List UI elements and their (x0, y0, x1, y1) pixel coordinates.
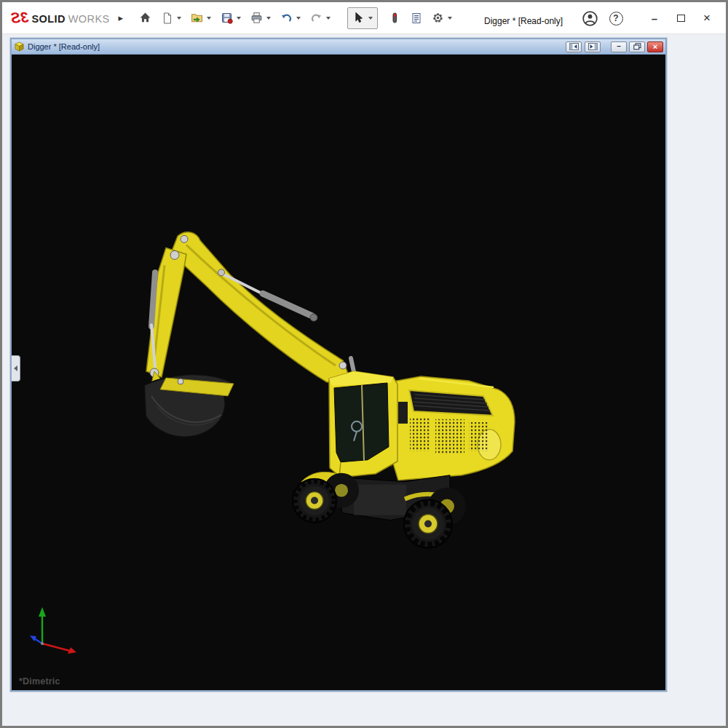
options-dropdown[interactable] (448, 17, 452, 20)
open-button[interactable] (188, 9, 214, 28)
redo-icon[interactable] (307, 9, 325, 28)
orientation-triad (22, 601, 87, 660)
document-child-window: Digger * [Read-only] – × (10, 38, 667, 692)
save-floppy-icon[interactable] (218, 9, 236, 28)
collapse-arrow-icon (14, 365, 17, 371)
print-icon[interactable] (248, 9, 266, 28)
stoplight-button[interactable] (385, 9, 403, 28)
account-button[interactable] (582, 10, 598, 26)
document-title: Digger * [Read-only] (484, 16, 563, 26)
solidworks-logo: 3S SOLIDWORKS (11, 9, 110, 26)
child-close-button[interactable]: × (647, 41, 663, 52)
redo-dropdown[interactable] (326, 17, 331, 20)
main-toolbar: 3S SOLIDWORKS ▸ (2, 2, 726, 34)
open-dropdown[interactable] (207, 17, 211, 20)
brand-works: WORKS (68, 13, 110, 25)
digger-model[interactable] (12, 55, 665, 690)
dassault-3ds-mark-icon: 3S (11, 9, 28, 26)
undo-icon[interactable] (277, 9, 296, 28)
child-window-title: Digger * [Read-only] (28, 42, 563, 51)
stoplight-icon[interactable] (385, 9, 403, 28)
mdi-workspace: Digger * [Read-only] – × (2, 34, 726, 726)
undo-dropdown[interactable] (296, 17, 301, 20)
view-orientation-label: *Dimetric (19, 676, 60, 687)
part-cube-icon (14, 41, 25, 52)
titlebar-right-controls: ? – × (571, 2, 717, 34)
pane-left-button[interactable] (566, 41, 582, 52)
gear-icon[interactable] (429, 9, 447, 28)
print-dropdown[interactable] (266, 17, 271, 20)
toolbar-expander-chevron[interactable]: ▸ (119, 12, 124, 23)
help-button[interactable]: ? (608, 10, 624, 26)
child-restore-button[interactable] (629, 41, 645, 52)
pane-right-icon (588, 43, 598, 50)
select-tool-active[interactable] (347, 7, 378, 29)
options-button[interactable] (429, 9, 455, 28)
minimize-button[interactable]: – (644, 8, 665, 28)
help-icon: ? (609, 12, 623, 25)
home-icon[interactable] (136, 9, 154, 28)
redo-button[interactable] (307, 9, 333, 28)
solidworks-window: 3S SOLIDWORKS ▸ (0, 0, 728, 728)
document-properties-icon[interactable] (407, 9, 425, 28)
pane-right-button[interactable] (585, 41, 601, 52)
pane-left-icon (569, 43, 579, 50)
select-tool-dropdown[interactable] (368, 17, 373, 20)
select-cursor-icon[interactable] (349, 9, 368, 28)
print-button[interactable] (248, 9, 274, 28)
save-dropdown[interactable] (237, 17, 241, 20)
undo-button[interactable] (277, 9, 304, 28)
maximize-icon (677, 15, 685, 22)
save-button[interactable] (218, 9, 244, 28)
new-document-button[interactable] (158, 9, 184, 28)
maximize-button[interactable] (670, 8, 691, 28)
child-window-titlebar[interactable]: Digger * [Read-only] – × (12, 39, 665, 55)
new-document-dropdown[interactable] (177, 17, 181, 20)
new-document-icon[interactable] (158, 9, 176, 28)
document-properties-button[interactable] (407, 9, 425, 28)
open-folder-icon[interactable] (188, 9, 206, 28)
feature-manager-collapse-tab[interactable] (12, 355, 20, 381)
home-button[interactable] (136, 9, 154, 28)
restore-icon (633, 43, 641, 50)
child-minimize-button[interactable]: – (611, 41, 627, 52)
close-button[interactable]: × (697, 8, 717, 28)
brand-solid: SOLID (31, 13, 65, 25)
graphics-viewport[interactable]: *Dimetric (12, 55, 665, 690)
